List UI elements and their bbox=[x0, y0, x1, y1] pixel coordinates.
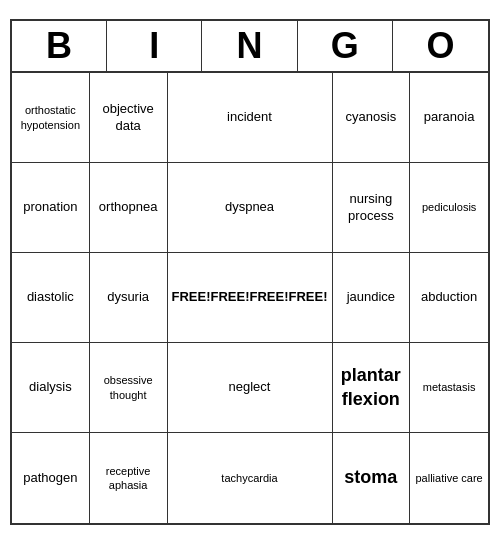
bingo-cell-18: plantar flexion bbox=[333, 343, 411, 433]
bingo-header: B I N G O bbox=[12, 21, 488, 73]
bingo-grid: orthostatic hypotensionobjective datainc… bbox=[12, 73, 488, 523]
header-b: B bbox=[12, 21, 107, 71]
bingo-cell-13: jaundice bbox=[333, 253, 411, 343]
header-g: G bbox=[298, 21, 393, 71]
bingo-cell-11: dysuria bbox=[90, 253, 168, 343]
bingo-cell-6: orthopnea bbox=[90, 163, 168, 253]
bingo-cell-2: incident bbox=[168, 73, 333, 163]
bingo-cell-7: dyspnea bbox=[168, 163, 333, 253]
bingo-cell-15: dialysis bbox=[12, 343, 90, 433]
bingo-cell-9: pediculosis bbox=[410, 163, 488, 253]
bingo-cell-16: obsessive thought bbox=[90, 343, 168, 433]
bingo-cell-12: FREE!FREE!FREE!FREE! bbox=[168, 253, 333, 343]
bingo-cell-8: nursing process bbox=[333, 163, 411, 253]
bingo-cell-19: metastasis bbox=[410, 343, 488, 433]
bingo-cell-21: receptive aphasia bbox=[90, 433, 168, 523]
header-o: O bbox=[393, 21, 488, 71]
bingo-cell-4: paranoia bbox=[410, 73, 488, 163]
bingo-cell-22: tachycardia bbox=[168, 433, 333, 523]
bingo-cell-24: palliative care bbox=[410, 433, 488, 523]
bingo-cell-20: pathogen bbox=[12, 433, 90, 523]
bingo-card: B I N G O orthostatic hypotensionobjecti… bbox=[10, 19, 490, 525]
bingo-cell-5: pronation bbox=[12, 163, 90, 253]
header-n: N bbox=[202, 21, 297, 71]
bingo-cell-10: diastolic bbox=[12, 253, 90, 343]
bingo-cell-23: stoma bbox=[333, 433, 411, 523]
header-i: I bbox=[107, 21, 202, 71]
bingo-cell-3: cyanosis bbox=[333, 73, 411, 163]
bingo-cell-14: abduction bbox=[410, 253, 488, 343]
bingo-cell-1: objective data bbox=[90, 73, 168, 163]
bingo-cell-17: neglect bbox=[168, 343, 333, 433]
bingo-cell-0: orthostatic hypotension bbox=[12, 73, 90, 163]
